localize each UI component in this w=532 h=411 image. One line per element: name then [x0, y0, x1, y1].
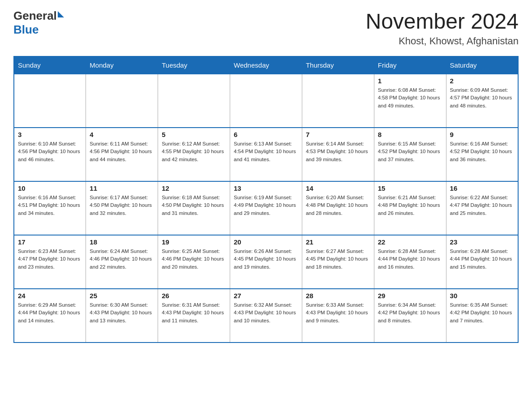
calendar-header-row: SundayMondayTuesdayWednesdayThursdayFrid…	[14, 56, 518, 74]
calendar-cell: 16Sunrise: 6:22 AM Sunset: 4:47 PM Dayli…	[446, 181, 518, 235]
calendar-header-wednesday: Wednesday	[230, 56, 302, 74]
day-info: Sunrise: 6:26 AM Sunset: 4:45 PM Dayligh…	[234, 248, 298, 271]
calendar-cell: 11Sunrise: 6:17 AM Sunset: 4:50 PM Dayli…	[86, 181, 158, 235]
calendar-cell	[14, 74, 86, 128]
day-info: Sunrise: 6:25 AM Sunset: 4:46 PM Dayligh…	[162, 248, 226, 271]
day-info: Sunrise: 6:23 AM Sunset: 4:47 PM Dayligh…	[18, 248, 82, 271]
day-info: Sunrise: 6:16 AM Sunset: 4:52 PM Dayligh…	[450, 140, 514, 163]
day-info: Sunrise: 6:14 AM Sunset: 4:53 PM Dayligh…	[306, 140, 370, 163]
day-info: Sunrise: 6:27 AM Sunset: 4:45 PM Dayligh…	[306, 248, 370, 271]
calendar-cell: 15Sunrise: 6:21 AM Sunset: 4:48 PM Dayli…	[374, 181, 446, 235]
day-number: 11	[90, 184, 154, 192]
title-section: November 2024 Khost, Khowst, Afghanistan	[365, 9, 519, 47]
day-info: Sunrise: 6:22 AM Sunset: 4:47 PM Dayligh…	[450, 194, 514, 217]
calendar-header-tuesday: Tuesday	[158, 56, 230, 74]
day-number: 24	[18, 292, 82, 300]
day-info: Sunrise: 6:29 AM Sunset: 4:44 PM Dayligh…	[18, 301, 82, 325]
calendar-cell: 5Sunrise: 6:12 AM Sunset: 4:55 PM Daylig…	[158, 128, 230, 181]
calendar-header-saturday: Saturday	[446, 56, 518, 74]
day-number: 16	[450, 184, 514, 192]
calendar-cell: 19Sunrise: 6:25 AM Sunset: 4:46 PM Dayli…	[158, 235, 230, 289]
day-info: Sunrise: 6:31 AM Sunset: 4:43 PM Dayligh…	[162, 301, 226, 325]
day-number: 4	[90, 131, 154, 138]
page-header: General Blue November 2024 Khost, Khowst…	[13, 9, 519, 47]
day-info: Sunrise: 6:13 AM Sunset: 4:54 PM Dayligh…	[234, 140, 298, 163]
calendar-cell: 1Sunrise: 6:08 AM Sunset: 4:58 PM Daylig…	[374, 74, 446, 128]
day-number: 19	[162, 238, 226, 246]
calendar-cell: 22Sunrise: 6:28 AM Sunset: 4:44 PM Dayli…	[374, 235, 446, 289]
day-info: Sunrise: 6:08 AM Sunset: 4:58 PM Dayligh…	[378, 86, 442, 110]
day-info: Sunrise: 6:28 AM Sunset: 4:44 PM Dayligh…	[378, 248, 442, 271]
day-number: 18	[90, 238, 154, 246]
day-number: 15	[378, 184, 442, 192]
calendar-cell: 18Sunrise: 6:24 AM Sunset: 4:46 PM Dayli…	[86, 235, 158, 289]
calendar-cell: 20Sunrise: 6:26 AM Sunset: 4:45 PM Dayli…	[230, 235, 302, 289]
calendar-cell	[302, 74, 374, 128]
calendar-cell	[86, 74, 158, 128]
logo-general: General	[13, 9, 57, 23]
day-info: Sunrise: 6:11 AM Sunset: 4:56 PM Dayligh…	[90, 140, 154, 163]
day-info: Sunrise: 6:35 AM Sunset: 4:42 PM Dayligh…	[450, 301, 514, 325]
day-number: 2	[450, 77, 514, 85]
calendar-header-thursday: Thursday	[302, 56, 374, 74]
day-number: 8	[378, 131, 442, 138]
day-number: 30	[450, 292, 514, 300]
calendar-cell: 13Sunrise: 6:19 AM Sunset: 4:49 PM Dayli…	[230, 181, 302, 235]
day-number: 27	[234, 292, 298, 300]
day-info: Sunrise: 6:33 AM Sunset: 4:43 PM Dayligh…	[306, 301, 370, 325]
calendar-cell: 8Sunrise: 6:15 AM Sunset: 4:52 PM Daylig…	[374, 128, 446, 181]
calendar-cell: 2Sunrise: 6:09 AM Sunset: 4:57 PM Daylig…	[446, 74, 518, 128]
calendar-cell: 28Sunrise: 6:33 AM Sunset: 4:43 PM Dayli…	[302, 289, 374, 342]
logo: General Blue	[13, 9, 64, 37]
calendar-cell: 12Sunrise: 6:18 AM Sunset: 4:50 PM Dayli…	[158, 181, 230, 235]
calendar-cell: 29Sunrise: 6:34 AM Sunset: 4:42 PM Dayli…	[374, 289, 446, 342]
calendar-header-friday: Friday	[374, 56, 446, 74]
month-title: November 2024	[365, 9, 519, 34]
day-info: Sunrise: 6:24 AM Sunset: 4:46 PM Dayligh…	[90, 248, 154, 271]
day-info: Sunrise: 6:17 AM Sunset: 4:50 PM Dayligh…	[90, 194, 154, 217]
day-number: 29	[378, 292, 442, 300]
day-number: 28	[306, 292, 370, 300]
calendar-week-row: 3Sunrise: 6:10 AM Sunset: 4:56 PM Daylig…	[14, 128, 518, 181]
calendar-header-sunday: Sunday	[14, 56, 86, 74]
day-number: 7	[306, 131, 370, 138]
calendar-cell: 10Sunrise: 6:16 AM Sunset: 4:51 PM Dayli…	[14, 181, 86, 235]
calendar-week-row: 17Sunrise: 6:23 AM Sunset: 4:47 PM Dayli…	[14, 235, 518, 289]
calendar-week-row: 1Sunrise: 6:08 AM Sunset: 4:58 PM Daylig…	[14, 74, 518, 128]
day-number: 25	[90, 292, 154, 300]
day-number: 20	[234, 238, 298, 246]
calendar-week-row: 10Sunrise: 6:16 AM Sunset: 4:51 PM Dayli…	[14, 181, 518, 235]
day-info: Sunrise: 6:20 AM Sunset: 4:48 PM Dayligh…	[306, 194, 370, 217]
day-info: Sunrise: 6:12 AM Sunset: 4:55 PM Dayligh…	[162, 140, 226, 163]
calendar-cell: 9Sunrise: 6:16 AM Sunset: 4:52 PM Daylig…	[446, 128, 518, 181]
calendar-cell: 24Sunrise: 6:29 AM Sunset: 4:44 PM Dayli…	[14, 289, 86, 342]
day-info: Sunrise: 6:10 AM Sunset: 4:56 PM Dayligh…	[18, 140, 82, 163]
day-number: 6	[234, 131, 298, 138]
day-info: Sunrise: 6:34 AM Sunset: 4:42 PM Dayligh…	[378, 301, 442, 325]
calendar-cell	[230, 74, 302, 128]
calendar-cell: 30Sunrise: 6:35 AM Sunset: 4:42 PM Dayli…	[446, 289, 518, 342]
day-info: Sunrise: 6:21 AM Sunset: 4:48 PM Dayligh…	[378, 194, 442, 217]
day-number: 17	[18, 238, 82, 246]
calendar-header-monday: Monday	[86, 56, 158, 74]
calendar-week-row: 24Sunrise: 6:29 AM Sunset: 4:44 PM Dayli…	[14, 289, 518, 342]
calendar-cell: 4Sunrise: 6:11 AM Sunset: 4:56 PM Daylig…	[86, 128, 158, 181]
location-title: Khost, Khowst, Afghanistan	[365, 35, 519, 47]
calendar-cell: 25Sunrise: 6:30 AM Sunset: 4:43 PM Dayli…	[86, 289, 158, 342]
day-info: Sunrise: 6:16 AM Sunset: 4:51 PM Dayligh…	[18, 194, 82, 217]
day-number: 1	[378, 77, 442, 85]
logo-triangle-icon	[58, 11, 64, 17]
day-number: 12	[162, 184, 226, 192]
calendar-table: SundayMondayTuesdayWednesdayThursdayFrid…	[13, 56, 519, 343]
calendar-cell: 17Sunrise: 6:23 AM Sunset: 4:47 PM Dayli…	[14, 235, 86, 289]
day-number: 5	[162, 131, 226, 138]
calendar-cell: 26Sunrise: 6:31 AM Sunset: 4:43 PM Dayli…	[158, 289, 230, 342]
day-number: 14	[306, 184, 370, 192]
day-number: 26	[162, 292, 226, 300]
day-info: Sunrise: 6:28 AM Sunset: 4:44 PM Dayligh…	[450, 248, 514, 271]
calendar-cell: 23Sunrise: 6:28 AM Sunset: 4:44 PM Dayli…	[446, 235, 518, 289]
logo-blue: Blue	[13, 23, 39, 36]
day-info: Sunrise: 6:09 AM Sunset: 4:57 PM Dayligh…	[450, 86, 514, 110]
calendar-cell: 6Sunrise: 6:13 AM Sunset: 4:54 PM Daylig…	[230, 128, 302, 181]
day-info: Sunrise: 6:32 AM Sunset: 4:43 PM Dayligh…	[234, 301, 298, 325]
